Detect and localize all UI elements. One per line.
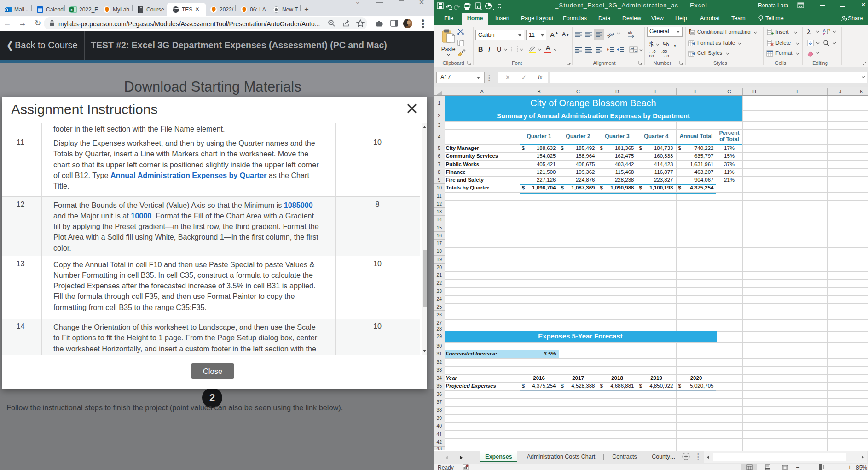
- svg-text:X: X: [70, 8, 73, 12]
